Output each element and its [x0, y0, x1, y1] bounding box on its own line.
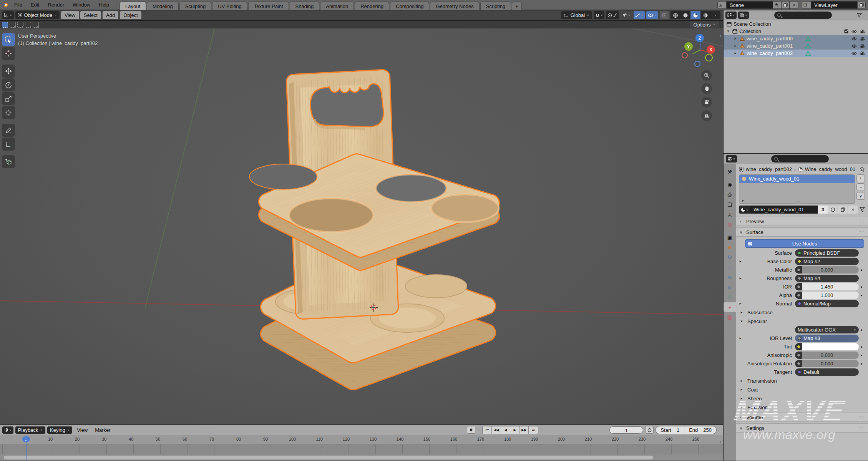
shading-rendered-icon[interactable] [700, 11, 710, 19]
keying-menu[interactable]: Keying∨ [47, 426, 72, 434]
select-mode-intersect-icon[interactable] [33, 22, 39, 28]
camera-view-icon[interactable] [701, 97, 712, 108]
tab-scene[interactable]: ◬ [724, 210, 736, 219]
anisotropic-rotation-slider[interactable]: 0.000 [795, 360, 859, 367]
tab-shading[interactable]: Shading [290, 2, 320, 10]
disable-render-camera-icon[interactable] [860, 44, 865, 48]
outliner-row-object[interactable]: ► wine_caddy_part001 [724, 42, 868, 50]
subsection-subsurface[interactable]: ►Subsurface [736, 309, 868, 316]
panel-surface[interactable]: ∨Surface:::: [736, 227, 868, 237]
material-slot-active[interactable]: Wine_caddy_wood_01 [739, 175, 855, 183]
tab-collection[interactable]: ▣ [724, 232, 736, 242]
tab-physics[interactable]: ⊚ [724, 272, 736, 282]
shading-material-preview-icon[interactable] [690, 11, 700, 19]
view-layer-icon[interactable]: ❏∨ [802, 1, 811, 9]
add-workspace-button[interactable]: + [512, 2, 522, 10]
resize-grip[interactable]: :::: [795, 199, 802, 202]
tab-texture-paint[interactable]: Texture Paint [248, 2, 289, 10]
filter-funnel-icon[interactable] [860, 207, 865, 212]
add-slot-button[interactable]: + [856, 174, 865, 182]
slot-specials-menu[interactable]: ∨ [856, 192, 865, 200]
hide-viewport-eye-icon[interactable] [851, 44, 857, 48]
tool-add-cube[interactable] [2, 155, 15, 168]
add-menu[interactable]: Add [103, 11, 118, 19]
fake-user-shield-icon[interactable] [828, 206, 838, 214]
expand-icon[interactable]: ► [736, 337, 745, 340]
shading-wireframe-icon[interactable] [671, 11, 680, 19]
subsection-emission[interactable]: ►Emission [736, 404, 868, 411]
ior-level-field[interactable]: Map #3 [795, 335, 859, 342]
tab-object[interactable]: ■ [724, 242, 736, 252]
mode-dropdown[interactable]: Object Mode ∨ [15, 11, 60, 19]
navigation-gizmo[interactable]: Z Y X [683, 34, 715, 66]
options-dropdown[interactable]: Options∨ [690, 21, 719, 28]
outliner-row-object[interactable]: ► wine_caddy_part000 [724, 35, 868, 42]
current-frame-field[interactable]: 1 [609, 426, 643, 434]
breadcrumb-object[interactable]: wine_caddy_part002 [746, 166, 792, 172]
auto-keying-record-icon[interactable] [467, 426, 475, 434]
gizmo-y-axis[interactable]: Y [684, 42, 693, 51]
view-menu[interactable]: View [61, 11, 79, 19]
copy-material-icon[interactable] [838, 206, 848, 214]
timeline-channels[interactable] [0, 444, 723, 454]
tab-animation[interactable]: Animation [320, 2, 354, 10]
tab-render[interactable]: ◉ [724, 180, 736, 189]
expand-icon[interactable]: ► [736, 277, 745, 280]
delete-scene-icon[interactable]: × [790, 1, 798, 9]
jump-to-start-button[interactable]: ⏮ [483, 426, 492, 434]
tab-texture[interactable]: ▦ [724, 312, 736, 322]
metallic-slider[interactable]: 0.000 [795, 266, 859, 274]
properties-options-icon[interactable]: ∨ [863, 158, 866, 161]
disable-render-camera-icon[interactable] [860, 30, 865, 33]
stopwatch-icon[interactable] [645, 426, 654, 434]
panel-preview[interactable]: ›Preview:::: [736, 217, 868, 226]
new-view-layer-icon[interactable] [857, 1, 866, 9]
tint-color-swatch[interactable] [795, 343, 859, 350]
expand-icon[interactable]: ► [736, 260, 745, 263]
view-layer-name-field[interactable]: ViewLayer [811, 1, 857, 9]
expand-icon[interactable]: ► [734, 37, 738, 40]
tab-output[interactable]: ⎙ [724, 190, 736, 199]
play-reverse-button[interactable]: ◀ [501, 426, 510, 434]
gizmo-minus-x-axis[interactable] [682, 52, 688, 58]
select-mode-set-icon[interactable] [2, 22, 8, 28]
disable-render-camera-icon[interactable] [860, 51, 865, 55]
tab-layout[interactable]: Layout [119, 2, 146, 10]
material-users-count[interactable]: 3 [818, 206, 828, 214]
pin-icon[interactable] [860, 167, 865, 172]
unlink-material-icon[interactable]: × [848, 206, 858, 214]
select-mode-subtract-icon[interactable] [17, 22, 23, 28]
disable-render-camera-icon[interactable] [860, 37, 865, 41]
roughness-field[interactable]: Map #4 [795, 275, 859, 282]
tangent-field[interactable]: Default [795, 368, 859, 376]
scene-name-field[interactable]: Scene [727, 1, 773, 9]
tool-cursor[interactable] [2, 47, 15, 60]
tab-rendering[interactable]: Rendering [355, 2, 389, 10]
playback-menu[interactable]: Playback∨ [15, 426, 45, 434]
overlays-icon[interactable]: ∨ [646, 11, 658, 19]
editor-type-icon[interactable]: ∨ [2, 11, 14, 19]
play-button[interactable]: ▶ [510, 426, 519, 434]
menu-window[interactable]: Window [68, 0, 95, 10]
object-menu[interactable]: Object [120, 11, 141, 19]
ior-slider[interactable]: 1.450 [795, 283, 859, 290]
show-gizmo-icon[interactable]: ∨ [621, 11, 632, 19]
tool-annotate[interactable] [2, 124, 15, 137]
sidebar-toggle-icon[interactable]: ‹ [720, 33, 722, 38]
gizmo-x-axis[interactable]: X [707, 45, 715, 54]
expand-icon[interactable]: ► [742, 199, 745, 202]
tab-scripting[interactable]: Scripting [480, 2, 511, 10]
hide-viewport-eye-icon[interactable] [851, 37, 857, 41]
gizmo-z-axis[interactable]: Z [695, 34, 704, 42]
select-mode-invert-icon[interactable] [25, 22, 31, 28]
normal-field[interactable]: Normal/Map [795, 300, 859, 307]
scene-icon[interactable]: ◬∨ [717, 1, 727, 9]
checkbox-icon[interactable] [844, 29, 848, 33]
keying-set-dropdown-icon[interactable]: ∨ [478, 428, 480, 431]
tab-sculpting[interactable]: Sculpting [179, 2, 211, 10]
snap-toggle-icon[interactable]: ∨ [594, 11, 605, 19]
material-slot-list[interactable]: Wine_caddy_wood_01 ► :::: [739, 174, 855, 204]
timeline-ruler[interactable]: 1 10203040506070809010011012013014015016… [0, 435, 723, 444]
wine-caddy-model[interactable] [246, 61, 515, 400]
scrollbar-thumb[interactable] [4, 456, 653, 459]
